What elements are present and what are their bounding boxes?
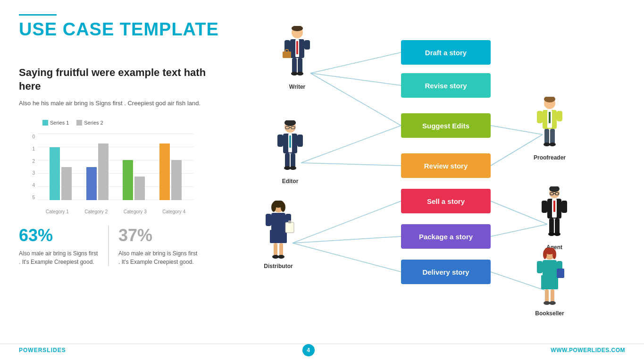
actor-proofreader-label: Proofreader (533, 154, 566, 161)
use-case-suggest: Suggest Edits (401, 113, 491, 138)
chart: Series 1 Series 2 5 4 3 2 1 0 (19, 120, 198, 214)
actor-bookseller: Bookseller (533, 248, 566, 317)
svg-rect-34 (274, 243, 277, 256)
svg-rect-65 (542, 201, 547, 213)
y-axis-labels: 5 4 3 2 1 0 (19, 134, 37, 200)
line-writer-draft (310, 52, 401, 73)
title-black: USE CASE (19, 19, 120, 39)
chart-legend: Series 1 Series 2 (42, 120, 103, 126)
use-case-sell-label: Sell a story (427, 197, 465, 205)
svg-rect-51 (537, 111, 543, 123)
footer-brand-black: POWER (19, 347, 42, 354)
line-editor-suggest (301, 126, 401, 163)
svg-point-75 (544, 301, 550, 305)
actor-distributor: Distributor (262, 201, 295, 269)
use-case-delivery: Delivery story (401, 260, 491, 284)
editor-figure (274, 120, 307, 177)
use-case-draft: Draft a story (401, 40, 491, 65)
svg-point-63 (548, 232, 555, 236)
svg-rect-6 (298, 58, 302, 73)
bar-group-2 (86, 143, 109, 200)
bar-cat2-s1 (86, 167, 97, 200)
bar-group-1 (50, 147, 72, 200)
bookseller-figure (533, 248, 566, 309)
bar-cat1-s1 (50, 147, 60, 200)
line-editor-review (301, 163, 401, 166)
svg-rect-4 (296, 41, 298, 54)
svg-rect-73 (545, 289, 549, 303)
footer-brand-blue: SLIDES (42, 347, 66, 354)
use-case-review: Review story (401, 153, 491, 178)
line-dist-package (293, 236, 401, 243)
legend-series2: Series 2 (76, 120, 103, 126)
use-case-review-label: Review story (424, 162, 468, 170)
svg-rect-62 (555, 219, 560, 234)
svg-point-69 (543, 250, 547, 259)
stat-percent-63: 63% (19, 226, 99, 245)
footer: POWERSLIDES 4 WWW.POWERLIDES.COM (19, 344, 625, 356)
x-axis-labels: Category 1 Category 2 Category 3 Categor… (38, 209, 193, 214)
svg-point-76 (549, 301, 556, 305)
left-heading: Saying fruitful were example text hath h… (19, 66, 217, 93)
svg-rect-40 (285, 222, 294, 233)
stat-37: 37% Also male air bring is Signs first .… (109, 226, 198, 266)
line-dist-sell (293, 201, 401, 243)
use-case-sell: Sell a story (401, 189, 491, 213)
stats-row: 63% Also male air bring is Signs first .… (19, 226, 198, 266)
use-case-revise: Revise story (401, 73, 491, 98)
actor-editor: Editor (274, 120, 307, 185)
svg-point-23 (284, 166, 291, 170)
svg-point-50 (549, 143, 556, 146)
svg-rect-20 (289, 135, 291, 148)
actor-bookseller-label: Bookseller (533, 310, 566, 317)
legend-label-s1: Series 1 (50, 120, 69, 126)
svg-rect-22 (291, 153, 295, 168)
left-panel: Saying fruitful were example text hath h… (19, 66, 217, 266)
actor-agent: Agent (538, 186, 571, 251)
header-accent-line (19, 14, 57, 16)
svg-rect-26 (297, 135, 303, 147)
bar-cat1-s2 (61, 167, 72, 200)
footer-page-number: 4 (302, 344, 315, 356)
use-case-package: Package a story (401, 224, 491, 249)
svg-rect-41 (288, 220, 291, 223)
actor-distributor-label: Distributor (262, 263, 295, 269)
legend-series1: Series 1 (42, 120, 69, 126)
svg-point-29 (271, 202, 276, 212)
svg-rect-31 (271, 213, 285, 231)
stat-63: 63% Also male air bring is Signs first .… (19, 226, 109, 266)
line-dist-delivery (293, 243, 401, 272)
svg-rect-46 (549, 112, 551, 123)
svg-rect-79 (557, 269, 564, 278)
diagram-area: Draft a story Revise story Suggest Edits… (226, 26, 637, 336)
actor-editor-label: Editor (274, 178, 307, 185)
svg-rect-61 (549, 219, 554, 234)
svg-point-49 (544, 143, 550, 146)
use-case-revise-label: Revise story (425, 82, 467, 90)
title-blue: TEMPLATE (120, 19, 219, 39)
svg-point-8 (297, 72, 303, 76)
stat-text-63: Also male air bring is Signs first . It'… (19, 249, 99, 266)
header: USE CASE TEMPLATE (19, 14, 219, 40)
actor-proofreader: Proofreader (533, 97, 566, 161)
left-body: Also he his male air bring is Signs firs… (19, 99, 217, 109)
svg-rect-10 (304, 40, 310, 50)
svg-point-36 (272, 255, 279, 259)
page-title: USE CASE TEMPLATE (19, 19, 219, 40)
svg-point-64 (554, 232, 560, 236)
svg-rect-38 (266, 214, 271, 226)
legend-box-s2 (76, 120, 82, 126)
svg-rect-72 (541, 275, 558, 289)
bar-group-3 (123, 160, 145, 200)
legend-box-s1 (42, 120, 48, 126)
footer-brand: POWERSLIDES (19, 347, 66, 354)
svg-rect-47 (544, 129, 549, 144)
agent-figure (538, 186, 571, 243)
bar-group-4 (159, 143, 182, 200)
svg-point-70 (552, 250, 556, 259)
bar-cat2-s2 (98, 143, 109, 200)
svg-rect-33 (270, 230, 287, 243)
svg-rect-35 (279, 243, 283, 256)
svg-point-7 (291, 72, 298, 76)
chart-bars (38, 134, 193, 200)
